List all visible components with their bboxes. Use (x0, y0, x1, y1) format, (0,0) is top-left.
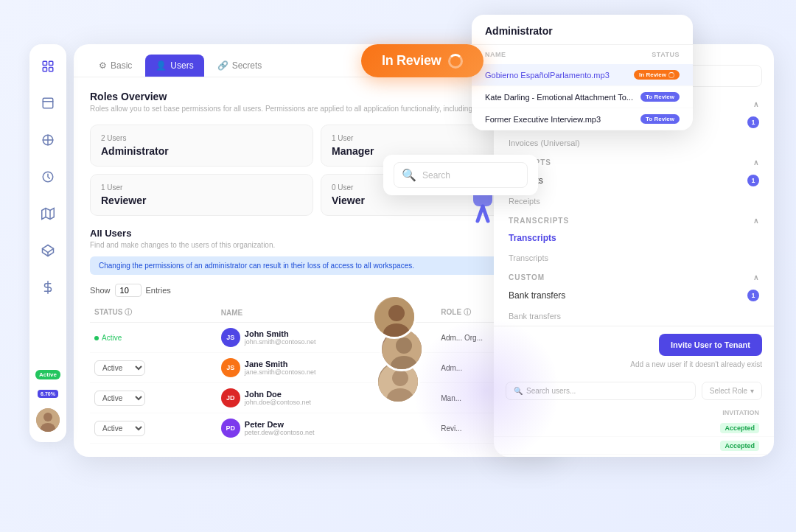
file-item-1[interactable]: Gobierno EspañolParlamento.mp3 In Review (472, 64, 693, 86)
svg-point-26 (388, 305, 405, 321)
all-users-desc: Find and make changes to the users of th… (90, 241, 544, 249)
file-status-col: STATUS (652, 51, 680, 58)
status-select[interactable]: Active Inactive (94, 391, 145, 406)
sidebar: Active 6.70% (29, 44, 66, 442)
all-users-title: All Users (90, 228, 544, 239)
svg-marker-10 (42, 209, 55, 220)
invoices-chevron: ∧ (753, 100, 759, 108)
table-row: Active Inactive JD John Doe john.doe@con… (90, 383, 544, 413)
secrets-icon: 🔗 (217, 60, 228, 71)
in-review-badge: In Review (634, 70, 680, 80)
user-avatar-sidebar[interactable] (36, 408, 60, 432)
invite-user-button[interactable]: Invite User to Tenant (659, 334, 762, 356)
user-avatar: JD (221, 388, 240, 407)
ws-bank-transfers-sub[interactable]: Bank transfers (494, 307, 774, 326)
user-name: John Doe (245, 390, 311, 399)
sidebar-icon-map[interactable] (36, 202, 60, 225)
role-name-reviewer: Reviewer (101, 195, 302, 206)
show-row: Show Entries (90, 284, 544, 297)
svg-rect-3 (49, 68, 53, 71)
active-status-badge: Active (35, 370, 60, 379)
role-text: Man... (441, 394, 461, 402)
user-email: peter.dew@contoso.net (245, 429, 315, 436)
sidebar-icon-book[interactable] (36, 91, 60, 115)
svg-rect-1 (49, 61, 53, 65)
svg-rect-0 (43, 61, 46, 65)
floating-search-text: Search (422, 170, 450, 181)
ws-transcripts-sub[interactable]: Transcripts (494, 248, 774, 267)
file-name-3: Former Executive Interview.mp3 (485, 115, 601, 124)
user-name: John Smith (245, 329, 316, 338)
sidebar-icon-dollar[interactable] (36, 276, 60, 299)
svg-rect-4 (43, 98, 53, 108)
invitation-badge: Accepted (720, 423, 759, 433)
table-row: Accepted (494, 419, 774, 437)
admin-dropdown-title: Administrator (472, 15, 693, 45)
user-avatar: PD (221, 419, 240, 438)
role-count-reviewer: 1 User (101, 183, 302, 192)
select-role-box[interactable]: Select Role ▾ (702, 382, 762, 400)
invitation-badge: Accepted (720, 441, 759, 451)
transcripts-chevron: ∧ (753, 217, 759, 225)
invite-section: Invite User to Tenant Add a new user if … (494, 326, 774, 376)
ws-invoices-universal[interactable]: Invoices (Universal) (494, 133, 774, 153)
in-review-button[interactable]: In Review (361, 44, 483, 77)
svg-line-24 (483, 206, 488, 221)
select-role-label: Select Role (710, 387, 747, 395)
avatar-1 (372, 295, 416, 339)
entries-input[interactable] (115, 284, 142, 297)
sidebar-icon-grid[interactable] (36, 55, 60, 78)
floating-search: 🔍 Search (383, 155, 538, 195)
ws-receipts-sub[interactable]: Receipts (494, 192, 774, 211)
ws-transcripts[interactable]: Transcripts (494, 228, 774, 248)
user-avatar: JS (221, 358, 240, 377)
table-row: Accepted (494, 455, 774, 458)
users-table: STATUS ⓘ NAME ROLE ⓘ Active JS John Smit… (90, 304, 544, 444)
status-select[interactable]: Active Inactive (94, 360, 145, 376)
svg-point-29 (396, 337, 412, 354)
role-text: Revi... (441, 424, 461, 433)
sidebar-icon-clock[interactable] (36, 165, 60, 189)
role-card-administrator: 2 Users Administrator (90, 125, 313, 167)
file-item-3[interactable]: Former Executive Interview.mp3 To Review (472, 108, 693, 130)
file-name-1: Gobierno EspañolParlamento.mp3 (485, 71, 610, 80)
user-info: PD Peter Dew peter.dew@contoso.net (221, 419, 432, 438)
tab-users[interactable]: 👤 Users (145, 55, 203, 77)
table-row: Accepted (494, 437, 774, 455)
svg-rect-2 (43, 68, 46, 71)
show-label: Show (90, 286, 111, 295)
file-name-col: NAME (485, 51, 506, 58)
filter-row: 🔍 Search users... Select Role ▾ (494, 376, 774, 406)
file-list-header: NAME STATUS (472, 45, 693, 64)
file-item-2[interactable]: Kate Darling - Emotional Attachment To..… (472, 86, 693, 108)
invite-desc: Add a new user if it doesn't already exi… (506, 360, 762, 368)
svg-point-32 (392, 370, 408, 386)
user-email: john.smith@contoso.net (245, 338, 316, 346)
search-users-icon: 🔍 (514, 387, 523, 395)
user-email: john.doe@contoso.net (245, 399, 311, 406)
select-role-chevron: ▾ (750, 387, 754, 395)
search-users-box[interactable]: 🔍 Search users... (506, 382, 696, 400)
table-row: Active Inactive PD Peter Dew peter.dew@c… (90, 413, 544, 444)
tab-basic[interactable]: ⚙ Basic (88, 55, 142, 77)
admin-dropdown: Administrator NAME STATUS Gobierno Españ… (472, 15, 693, 130)
custom-chevron: ∧ (753, 273, 759, 281)
table-row: Active Inactive JS Jane Smith jane.smith… (90, 353, 544, 383)
search-users-placeholder: Search users... (526, 387, 576, 395)
status-select[interactable]: Active Inactive (94, 421, 145, 436)
floating-search-inner[interactable]: 🔍 Search (394, 162, 528, 188)
to-review-badge-1: To Review (640, 92, 680, 102)
role-name-administrator: Administrator (101, 145, 302, 157)
user-email: jane.smith@contoso.net (245, 368, 316, 376)
section-transcripts[interactable]: TRANSCRIPTS ∧ (494, 211, 774, 228)
sidebar-icon-stack[interactable] (36, 239, 60, 262)
users-invitation-table: INVITATION Accepted Accepted Accepted Ac… (494, 406, 774, 457)
tab-secrets[interactable]: 🔗 Secrets (207, 55, 273, 77)
ws-bank-transfers[interactable]: Bank transfers 1 (494, 284, 774, 307)
table-row: Active JS John Smith john.smith@contoso.… (90, 323, 544, 353)
sidebar-icon-layers[interactable] (36, 128, 60, 152)
col-status: STATUS ⓘ (90, 304, 217, 323)
role-count-administrator: 2 Users (101, 134, 302, 142)
svg-point-17 (43, 413, 52, 421)
section-custom[interactable]: CUSTOM ∧ (494, 267, 774, 284)
